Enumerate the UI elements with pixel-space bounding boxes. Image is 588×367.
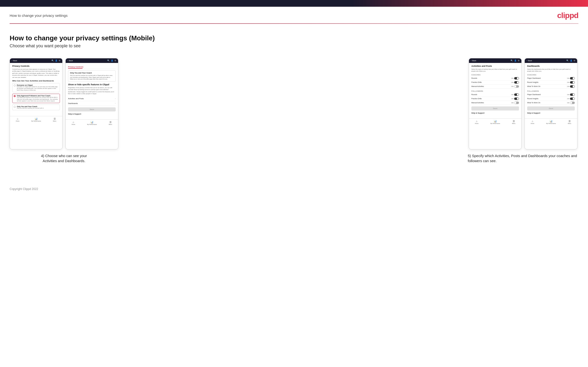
followers-drills-toggle[interactable] bbox=[514, 98, 519, 100]
settings-icon-4[interactable]: ⚙ bbox=[574, 59, 575, 62]
followers-label-4: FOLLOWERS bbox=[527, 90, 575, 92]
option-coach-only-title: Only You and Your Coach bbox=[17, 106, 59, 107]
help-support-label-3: Help & Support bbox=[471, 112, 519, 114]
followers-what-to-work-label: What To Work On bbox=[527, 102, 540, 103]
save-button-2[interactable]: Save bbox=[68, 107, 116, 111]
nav-home-4[interactable]: ⌂ Home bbox=[531, 120, 534, 124]
followers-manual-toggle[interactable] bbox=[514, 102, 519, 104]
screen2-phone: ‹ Back 🔍 👤 ⚙ Privacy Controls bbox=[65, 58, 118, 149]
nav-my-performance-3[interactable]: 📊 My Performance bbox=[490, 120, 500, 124]
nav-menu-4[interactable]: ☰ Menu bbox=[568, 120, 571, 124]
nav-menu-3[interactable]: ☰ Menu bbox=[512, 120, 515, 124]
followers-round-insights-toggle[interactable] bbox=[570, 98, 575, 100]
search-icon-3[interactable]: 🔍 bbox=[510, 59, 513, 62]
coaches-drills-toggle[interactable] bbox=[514, 81, 519, 83]
coaches-rounds-toggle[interactable] bbox=[514, 77, 519, 80]
settings-icon[interactable]: ⚙ bbox=[59, 59, 60, 62]
copyright-text: Copyright Clippd 2022 bbox=[10, 187, 38, 191]
screen4-section-title: Dashboards bbox=[527, 65, 575, 67]
activities-posts-label: Activities and Posts bbox=[68, 98, 84, 100]
right-phones-wrapper: ‹ Back 🔍 👤 ⚙ Activities and Posts S bbox=[468, 58, 578, 163]
followers-what-to-work-toggle[interactable] bbox=[570, 102, 575, 104]
option-coach-only-desc: Only you and the coaches you connect wit… bbox=[17, 107, 59, 109]
people-icon[interactable]: 👤 bbox=[55, 59, 58, 62]
dashboards-label: Dashboards bbox=[68, 102, 78, 104]
dashboards-arrow: › bbox=[115, 102, 116, 104]
screen4-content: Dashboards Select the dashboards that yo… bbox=[525, 63, 577, 116]
coaches-drills-label: Practice Drills bbox=[471, 81, 482, 83]
radio-coach-only[interactable] bbox=[14, 106, 16, 108]
nav-my-performance[interactable]: 📊 My Performance bbox=[31, 117, 41, 122]
nav-menu[interactable]: ☰ Menu bbox=[53, 117, 56, 122]
people-icon-2[interactable]: 👤 bbox=[111, 59, 113, 62]
logo: clippd bbox=[557, 11, 578, 20]
nav-my-performance-2[interactable]: 📊 My Performance bbox=[87, 121, 97, 125]
screen2-tab-bar: Privacy Controls bbox=[68, 65, 116, 69]
activities-posts-row[interactable]: Activities and Posts › bbox=[68, 96, 116, 101]
people-icon-4[interactable]: 👤 bbox=[570, 59, 572, 62]
followers-player-dashboard-row: Player Dashboard ON bbox=[527, 93, 575, 97]
option-everyone-desc: Everyone on Clippd can search for you an… bbox=[17, 86, 59, 91]
nav-home-3[interactable]: ⌂ Home bbox=[475, 120, 479, 124]
followers-rounds-toggle[interactable] bbox=[514, 93, 519, 96]
option-followers-desc: Only approved followers and coaches you … bbox=[17, 97, 59, 102]
menu-icon-4: ☰ bbox=[569, 120, 571, 123]
screen4-section-desc: Select the dashboards that you'd like to… bbox=[527, 68, 575, 72]
screen3-bottom-nav: ⌂ Home 📊 My Performance ☰ Menu bbox=[469, 118, 521, 125]
settings-icon-3[interactable]: ⚙ bbox=[518, 59, 519, 62]
back-arrow-icon[interactable]: ‹ bbox=[12, 59, 12, 62]
followers-player-dashboard-toggle[interactable] bbox=[570, 93, 575, 96]
screen4-topbar: ‹ Back 🔍 👤 ⚙ bbox=[525, 58, 577, 63]
coaches-manual-label: Manual Activities bbox=[471, 85, 484, 87]
screen3-section-desc: Select the types of activity that you'd … bbox=[471, 68, 519, 72]
save-button-3[interactable]: Save bbox=[471, 106, 519, 110]
menu-icon-3: ☰ bbox=[513, 120, 515, 123]
two-phone-group-right: ‹ Back 🔍 👤 ⚙ Activities and Posts S bbox=[469, 58, 577, 149]
performance-icon-4: 📊 bbox=[550, 120, 553, 123]
radio-followers[interactable] bbox=[14, 95, 16, 97]
popup-title: Only You and Your Coach bbox=[70, 72, 114, 74]
settings-icon-2[interactable]: ⚙ bbox=[114, 59, 116, 62]
search-icon[interactable]: 🔍 bbox=[52, 59, 54, 62]
people-icon-3[interactable]: 👤 bbox=[514, 59, 517, 62]
dashboards-row[interactable]: Dashboards › bbox=[68, 101, 116, 106]
coaches-what-to-work-row: What To Work On ON bbox=[527, 84, 575, 89]
nav-home[interactable]: ⌂ Home bbox=[16, 117, 19, 122]
privacy-controls-tab[interactable]: Privacy Controls bbox=[68, 65, 85, 69]
option-followers[interactable]: Only Approved Followers and Your Coach O… bbox=[12, 94, 60, 103]
screen1-body-text: Control how you and your data appears to… bbox=[12, 68, 60, 78]
coaches-drills-row: Practice Drills ON bbox=[471, 80, 519, 84]
followers-manual-label: Manual Activities bbox=[471, 102, 484, 103]
screen3-topbar: ‹ Back 🔍 👤 ⚙ bbox=[469, 58, 521, 63]
home-icon: ⌂ bbox=[17, 117, 18, 120]
save-button-4[interactable]: Save bbox=[527, 106, 575, 110]
screen1-content: Privacy Controls Control how you and you… bbox=[10, 63, 62, 114]
coaches-what-to-work-toggle[interactable] bbox=[570, 85, 575, 88]
nav-home-2[interactable]: ⌂ Home bbox=[72, 121, 75, 125]
caption-group1: 4) Choose who can see your Activities an… bbox=[37, 153, 90, 163]
back-arrow-icon-2[interactable]: ‹ bbox=[68, 59, 68, 62]
search-icon-2[interactable]: 🔍 bbox=[107, 59, 110, 62]
page-subheading: Choose what you want people to see bbox=[10, 43, 578, 49]
group-left: ‹ Back 🔍 👤 ⚙ Privacy Controls Control ho… bbox=[10, 58, 118, 163]
screen1-who-label: Who Can See Your Activities and Dashboar… bbox=[12, 80, 60, 82]
screen1-back-label: Back bbox=[13, 59, 17, 62]
coaches-player-dashboard-toggle[interactable] bbox=[570, 77, 575, 80]
coaches-rounds-row: Rounds ON bbox=[471, 76, 519, 80]
nav-menu-2[interactable]: ☰ Menu bbox=[109, 121, 112, 125]
performance-icon-2: 📊 bbox=[90, 121, 93, 124]
radio-everyone[interactable] bbox=[14, 84, 16, 86]
search-icon-4[interactable]: 🔍 bbox=[566, 59, 569, 62]
back-arrow-icon-3[interactable]: ‹ bbox=[471, 59, 472, 62]
screen1-bottom-nav: ⌂ Home 📊 My Performance ☰ Menu bbox=[10, 116, 62, 123]
coaches-round-insights-label: Round Insights bbox=[527, 81, 538, 83]
option-everyone[interactable]: Everyone on Clippd Everyone on Clippd ca… bbox=[12, 83, 60, 92]
menu-icon-2: ☰ bbox=[109, 121, 112, 124]
option-coach-only[interactable]: Only You and Your Coach Only you and the… bbox=[12, 104, 60, 110]
coaches-manual-toggle[interactable] bbox=[514, 85, 519, 88]
option-followers-title: Only Approved Followers and Your Coach bbox=[17, 95, 59, 97]
nav-my-performance-4[interactable]: 📊 My Performance bbox=[546, 120, 556, 124]
back-arrow-icon-4[interactable]: ‹ bbox=[527, 59, 527, 62]
coaches-round-insights-toggle[interactable] bbox=[570, 81, 575, 83]
coaches-round-insights-row: Round Insights ON bbox=[527, 80, 575, 84]
